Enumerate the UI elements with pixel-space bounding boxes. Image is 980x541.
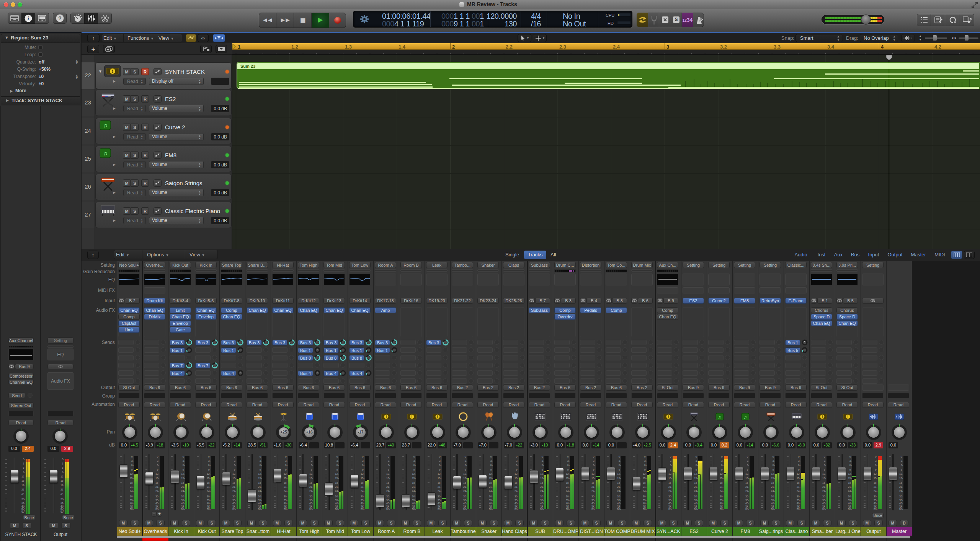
- svg-text:?: ?: [58, 15, 62, 21]
- svg-text:♫: ♫: [103, 150, 108, 156]
- svg-text:♫: ♫: [718, 414, 722, 420]
- svg-text:♫: ♫: [744, 414, 747, 420]
- svg-text:♫: ♫: [103, 122, 108, 129]
- svg-text:i: i: [28, 16, 29, 21]
